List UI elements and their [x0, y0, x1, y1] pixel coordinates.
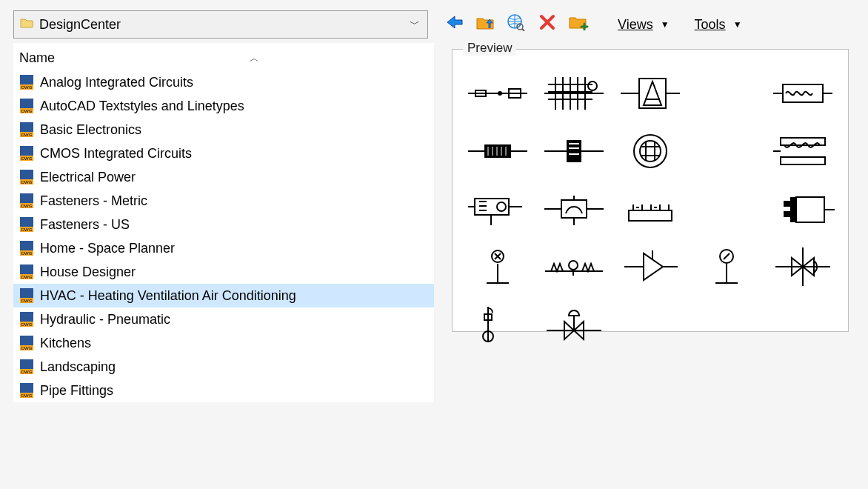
preview-spacer: [688, 66, 764, 121]
list-item-label: Pipe Fittings: [40, 383, 113, 399]
svg-rect-49: [784, 212, 790, 216]
list-item[interactable]: Electrical Power: [13, 165, 434, 189]
toolbar-icons: [443, 13, 590, 36]
svg-rect-46: [796, 197, 824, 222]
dwg-file-icon: [19, 264, 34, 280]
sort-ascending-icon: ︿: [250, 52, 259, 65]
delete-icon[interactable]: [536, 13, 558, 36]
list-item-label: Fasteners - Metric: [40, 193, 147, 209]
svg-point-27: [634, 135, 667, 167]
web-search-icon[interactable]: [505, 13, 527, 36]
list-item[interactable]: Basic Electronics: [13, 118, 434, 142]
dwg-file-icon: [19, 193, 34, 209]
tools-menu-label: Tools: [695, 17, 726, 32]
list-item[interactable]: House Designer: [13, 260, 434, 284]
dwg-file-icon: [19, 311, 34, 327]
dwg-file-icon: [19, 240, 34, 256]
dwg-file-icon: [19, 335, 34, 351]
dwg-file-icon: [19, 216, 34, 233]
svg-rect-48: [784, 202, 790, 206]
list-item[interactable]: HVAC - Heating Ventilation Air Condition…: [13, 284, 434, 307]
dwg-file-icon: [19, 382, 34, 399]
back-icon[interactable]: [443, 14, 465, 35]
svg-point-36: [497, 202, 506, 211]
list-item[interactable]: Fasteners - Metric: [13, 189, 434, 213]
hvac-symbol-7[interactable]: [536, 124, 612, 179]
list-item-label: House Designer: [40, 265, 136, 280]
file-list: Analog Integrated Circuits AutoCAD Texts…: [13, 70, 434, 402]
chevron-down-icon: ﹀: [410, 18, 423, 31]
hvac-symbol-12[interactable]: [536, 182, 612, 236]
list-item-label: CMOS Integrated Circuits: [40, 146, 192, 162]
dwg-file-icon: [19, 145, 34, 162]
dwg-file-icon: [19, 359, 34, 375]
hvac-symbol-5[interactable]: [764, 66, 841, 121]
hvac-symbol-16[interactable]: [460, 239, 536, 294]
chevron-down-icon: ▼: [733, 19, 742, 30]
list-item-label: Hydraulic - Pneumatic: [40, 312, 170, 327]
hvac-symbol-13[interactable]: [612, 182, 689, 236]
list-item-label: Landscaping: [40, 359, 116, 375]
list-item[interactable]: Kitchens: [13, 331, 434, 355]
svg-line-61: [724, 253, 730, 259]
list-item[interactable]: Fasteners - US: [13, 213, 434, 236]
svg-point-7: [588, 82, 597, 90]
file-list-pane: Name ︿ Analog Integrated Circuits AutoCA…: [13, 43, 434, 402]
hvac-symbol-20[interactable]: [764, 239, 841, 294]
list-item-label: HVAC - Heating Ventilation Air Condition…: [40, 288, 296, 304]
chevron-down-icon: ▼: [661, 19, 670, 30]
folder-icon: [20, 17, 33, 33]
folder-up-icon[interactable]: [474, 14, 496, 35]
list-item[interactable]: Landscaping: [13, 355, 434, 379]
path-label: DesignCenter: [39, 17, 404, 33]
dwg-file-icon: [19, 74, 34, 90]
tools-menu[interactable]: Tools ▼: [695, 17, 742, 33]
dwg-file-icon: [19, 169, 34, 185]
svg-rect-42: [629, 210, 672, 221]
hvac-symbol-6[interactable]: [460, 124, 536, 179]
dwg-file-icon: [19, 98, 34, 114]
svg-point-4: [498, 92, 501, 95]
views-menu[interactable]: Views ▼: [618, 17, 670, 33]
hvac-symbol-17[interactable]: [536, 239, 612, 294]
hvac-symbol-11[interactable]: [460, 182, 536, 236]
preview-spacer: [688, 124, 764, 179]
preview-label: Preview: [463, 41, 516, 56]
list-item[interactable]: Pipe Fittings: [13, 379, 434, 402]
preview-panel: Preview: [452, 49, 849, 332]
svg-point-54: [569, 261, 578, 270]
column-header-name[interactable]: Name ︿: [13, 47, 434, 70]
hvac-symbol-19[interactable]: [688, 239, 764, 294]
list-item[interactable]: AutoCAD Textstyles and Linetypes: [13, 94, 434, 118]
list-item[interactable]: Hydraulic - Pneumatic: [13, 307, 434, 331]
svg-rect-30: [781, 157, 825, 164]
list-item-label: Kitchens: [40, 336, 91, 351]
list-item-label: Home - Space Planner: [40, 241, 175, 256]
hvac-symbol-10[interactable]: [764, 124, 841, 179]
svg-rect-37: [561, 200, 587, 218]
dwg-file-icon: [19, 122, 34, 138]
new-folder-icon[interactable]: [567, 14, 590, 35]
hvac-symbol-21[interactable]: [460, 297, 536, 352]
dwg-file-icon: [19, 287, 34, 304]
preview-grid: [460, 61, 841, 352]
hvac-symbol-3[interactable]: [612, 66, 689, 121]
list-item-label: Fasteners - US: [40, 217, 130, 233]
list-item-label: Analog Integrated Circuits: [40, 75, 193, 90]
views-menu-label: Views: [618, 17, 653, 32]
list-item[interactable]: Home - Space Planner: [13, 236, 434, 260]
column-header-label: Name: [19, 50, 55, 66]
hvac-symbol-22[interactable]: [536, 297, 612, 352]
path-dropdown[interactable]: DesignCenter ﹀: [13, 10, 428, 39]
hvac-symbol-8[interactable]: [612, 124, 689, 179]
svg-point-28: [640, 141, 661, 162]
preview-spacer: [688, 182, 764, 236]
svg-rect-16: [485, 145, 510, 157]
toolbar-row: DesignCenter ﹀ Views ▼: [13, 10, 855, 39]
hvac-symbol-18[interactable]: [612, 239, 689, 294]
list-item[interactable]: CMOS Integrated Circuits: [13, 142, 434, 165]
hvac-symbol-15[interactable]: [764, 182, 841, 236]
hvac-symbol-2[interactable]: [536, 66, 612, 121]
list-item[interactable]: Analog Integrated Circuits: [13, 70, 434, 94]
hvac-symbol-1[interactable]: [460, 66, 536, 121]
